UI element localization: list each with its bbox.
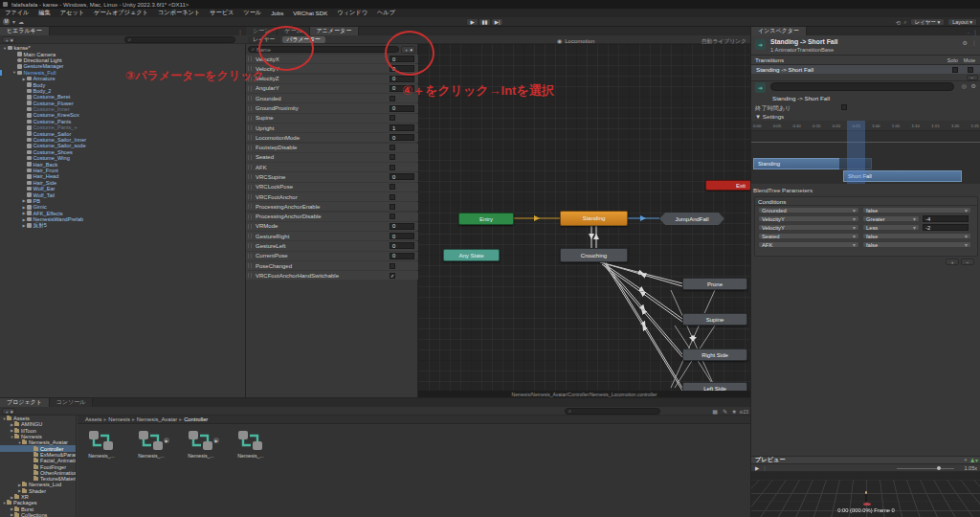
account-caret-icon[interactable]: ▾ [12, 18, 15, 25]
drag-handle[interactable] [248, 204, 252, 209]
breadcrumb-item[interactable]: ▸Controller [177, 416, 208, 422]
tab-console[interactable]: コンソール [50, 398, 94, 407]
breadcrumb-item[interactable]: ▸Nemesis_Avatar [130, 416, 177, 422]
drag-handle[interactable] [248, 273, 252, 278]
picker-icon[interactable]: ◎ [962, 82, 967, 89]
parameter-row[interactable]: PoseChanged [246, 261, 418, 270]
parameter-row[interactable]: FootstepDisable [246, 144, 418, 152]
drag-handle[interactable] [248, 56, 252, 61]
subasset-expand-badge[interactable]: ▶ [213, 438, 219, 443]
condition-mode-dropdown[interactable]: false▾ [862, 241, 971, 248]
drag-handle[interactable] [248, 214, 252, 219]
solo-checkbox[interactable] [952, 67, 958, 73]
drag-handle[interactable] [248, 263, 252, 268]
parameter-row[interactable]: Supine [246, 114, 418, 123]
parameter-row[interactable]: Upright 1 [246, 124, 418, 132]
drag-handle[interactable] [248, 146, 252, 150]
tab-project[interactable]: プロジェクト [0, 398, 50, 407]
create-asset-button[interactable]: ＋ ▾ [2, 408, 15, 415]
account-avatar[interactable]: M [3, 18, 10, 25]
menu-item[interactable]: ヘルプ [372, 9, 400, 17]
drag-handle[interactable] [248, 155, 252, 160]
menu-item[interactable]: ファイル [0, 9, 33, 17]
add-condition-button[interactable]: ＋ [946, 258, 959, 265]
condition-mode-dropdown[interactable]: false▾ [862, 233, 971, 239]
parameter-row[interactable]: VRMode 0 [246, 222, 418, 231]
project-search-input[interactable]: ⌕ [565, 408, 660, 415]
condition-value-field[interactable]: -4 [923, 215, 969, 222]
parameter-row[interactable]: AFK [246, 163, 418, 171]
pause-button[interactable]: ▮▮ [479, 18, 491, 26]
remove-condition-button[interactable]: − [961, 258, 974, 265]
drag-handle[interactable] [248, 96, 252, 101]
drag-handle[interactable] [248, 165, 252, 169]
animator-controller-asset[interactable]: ▶ Nemesis_... [133, 429, 169, 459]
parameter-checkbox[interactable] [390, 184, 395, 190]
panel-menu-icon[interactable]: ⋮ [237, 29, 243, 35]
step-button[interactable]: ▶| [491, 18, 503, 26]
preview-play-button[interactable]: ▶ [751, 465, 759, 471]
auto-live-link-label[interactable]: 自動ライブリンク [702, 37, 746, 46]
drag-handle[interactable] [248, 174, 252, 179]
parameter-checkbox[interactable] [390, 115, 395, 121]
settings-foldout[interactable]: ▼ Settings [755, 113, 784, 120]
parameter-checkbox[interactable] [390, 145, 395, 150]
drag-handle[interactable] [248, 243, 252, 248]
slider-knob[interactable] [937, 466, 941, 470]
drag-handle[interactable] [248, 86, 252, 91]
layout-dropdown[interactable]: Layout ▾ [947, 18, 977, 26]
parameter-checkbox[interactable] [390, 263, 395, 269]
undo-history-icon[interactable]: ⟲ [896, 19, 901, 26]
breadcrumb-item[interactable]: ▸Nemesis [101, 416, 129, 422]
graph-state-node[interactable]: JumpAndFall [659, 213, 724, 225]
graph-state-node[interactable]: Entry [458, 213, 514, 225]
menu-item[interactable]: ウィンドウ [332, 9, 372, 17]
breadcrumb-item[interactable]: Assets [81, 416, 101, 422]
drag-handle[interactable] [248, 106, 252, 111]
condition-parameter-dropdown[interactable]: VelocityY▾ [758, 224, 859, 231]
parameter-row[interactable]: VRCFootAnchorHandSwitchable ✓ [246, 271, 418, 280]
panel-menu-icon[interactable]: ⋮ [972, 29, 978, 35]
drag-handle[interactable] [248, 254, 252, 258]
tab-hierarchy[interactable]: ヒエラルキー [0, 27, 50, 35]
gear-icon[interactable]: ⚙ [963, 39, 968, 46]
menu-item[interactable]: コンポーネント [153, 9, 205, 17]
drag-handle[interactable] [248, 185, 252, 190]
parameter-value-field[interactable]: 0 [390, 233, 414, 239]
layers-dropdown[interactable]: レイヤー ▾ [910, 18, 946, 26]
animator-controller-asset[interactable]: Nemesis_... [233, 429, 269, 459]
parameter-value-field[interactable]: 0 [390, 253, 414, 259]
avatar-preview-icon[interactable]: ♟▾ [970, 457, 978, 463]
graph-state-node[interactable]: Supine [682, 313, 747, 326]
parameter-checkbox[interactable] [390, 194, 395, 200]
menu-item[interactable]: VRChat SDK [288, 10, 332, 16]
parameter-row[interactable]: Grounded [246, 94, 418, 102]
menu-item[interactable]: Jobs [266, 10, 288, 16]
transition-timeline-track[interactable]: Standing Short Fall [751, 131, 980, 184]
parameter-row[interactable]: VelocityZ 0 [246, 75, 418, 83]
preview-viewport[interactable]: 0:00 (000.0%) Frame 0 [751, 472, 980, 517]
parameter-row[interactable]: VRCFootAnchor [246, 192, 418, 201]
transition-timeline-ruler[interactable]: 0:000:050:100:150:200:251:001:051:101:15… [751, 121, 980, 131]
mute-checkbox[interactable] [968, 67, 973, 73]
parameter-checkbox[interactable] [390, 154, 395, 160]
menu-item[interactable]: ゲームオブジェクト [89, 9, 153, 17]
parameter-row[interactable]: GroundProximity 0 [246, 103, 418, 112]
animator-controller-asset[interactable]: Nemesis_... [83, 429, 120, 459]
parameter-value-field[interactable]: 0 [390, 242, 414, 249]
parameter-row[interactable]: ProcessingAnchorEnable [246, 202, 418, 211]
parameter-row[interactable]: GestureLeft 0 [246, 241, 418, 250]
more-icon[interactable]: ⋮ [971, 39, 977, 46]
cloud-icon[interactable]: ☁ [18, 18, 24, 25]
parameter-value-field[interactable]: 0 [390, 223, 414, 230]
parameter-checkbox[interactable] [390, 165, 395, 170]
tab-inspector[interactable]: インスペクター [751, 27, 807, 35]
condition-mode-dropdown[interactable]: Less▾ [862, 224, 920, 231]
drag-handle[interactable] [248, 135, 252, 140]
graph-state-node[interactable]: Exit [705, 180, 750, 191]
menu-item[interactable]: サービス [205, 9, 238, 17]
preview-speed-slider[interactable] [897, 468, 954, 469]
parameter-row[interactable]: ProcessingAnchorDisable [246, 213, 418, 221]
graph-state-node[interactable]: Standing [560, 211, 628, 226]
play-button[interactable]: ▶ [466, 18, 479, 26]
